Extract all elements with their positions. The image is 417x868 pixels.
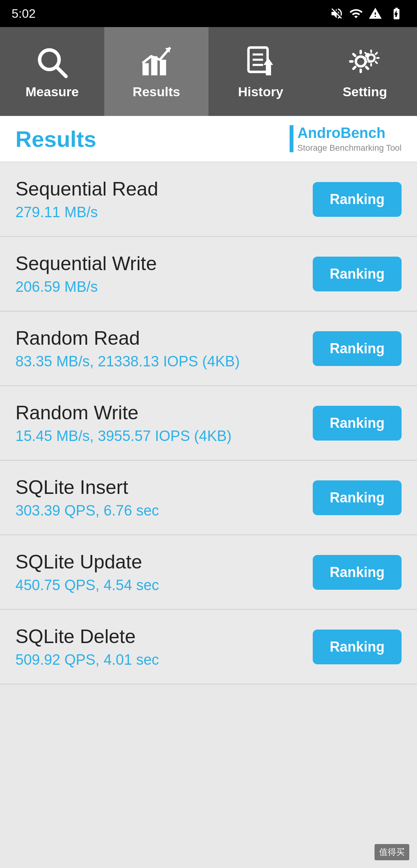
history-icon (243, 44, 278, 79)
status-time: 5:02 (12, 7, 36, 21)
benchmark-info-2: Random Read 83.35 MB/s, 21338.13 IOPS (4… (15, 327, 313, 370)
benchmark-value-3: 15.45 MB/s, 3955.57 IOPS (4KB) (15, 428, 313, 444)
wifi-icon (349, 7, 363, 20)
svg-rect-2 (142, 63, 149, 75)
status-icons (330, 7, 405, 20)
tab-history-label: History (238, 84, 283, 99)
benchmark-name-6: SQLite Delete (15, 625, 313, 648)
benchmark-info-1: Sequential Write 206.59 MB/s (15, 252, 313, 295)
tab-setting-label: Setting (342, 84, 387, 99)
ranking-button-3[interactable]: Ranking (313, 406, 402, 441)
benchmark-name-4: SQLite Insert (15, 476, 313, 499)
nav-tabs: Measure Results History Setting (0, 27, 417, 116)
ranking-button-6[interactable]: Ranking (313, 630, 402, 664)
tab-results[interactable]: Results (104, 27, 208, 116)
alert-icon (368, 7, 382, 20)
tab-history[interactable]: History (208, 27, 313, 116)
benchmark-row-4: SQLite Insert 303.39 QPS, 6.76 sec Ranki… (0, 461, 417, 535)
benchmark-value-4: 303.39 QPS, 6.76 sec (15, 502, 313, 519)
benchmark-row-2: Random Read 83.35 MB/s, 21338.13 IOPS (4… (0, 311, 417, 386)
benchmark-row-1: Sequential Write 206.59 MB/s Ranking (0, 237, 417, 311)
benchmark-row-3: Random Write 15.45 MB/s, 3955.57 IOPS (4… (0, 386, 417, 461)
svg-line-1 (56, 66, 66, 76)
benchmark-name-2: Random Read (15, 327, 313, 349)
benchmark-row-6: SQLite Delete 509.92 QPS, 4.01 sec Ranki… (0, 610, 417, 684)
benchmark-info-5: SQLite Update 450.75 QPS, 4.54 sec (15, 551, 313, 594)
measure-icon (35, 44, 70, 79)
watermark: 值得买 (375, 844, 409, 860)
ranking-button-4[interactable]: Ranking (313, 480, 402, 515)
benchmark-row-0: Sequential Read 279.11 MB/s Ranking (0, 162, 417, 237)
muted-icon (330, 7, 344, 20)
logo-andro: Andro (297, 125, 341, 141)
tab-setting[interactable]: Setting (313, 27, 417, 116)
benchmark-value-5: 450.75 QPS, 4.54 sec (15, 577, 313, 594)
tab-measure[interactable]: Measure (0, 27, 104, 116)
benchmark-info-0: Sequential Read 279.11 MB/s (15, 178, 313, 221)
ranking-button-1[interactable]: Ranking (313, 257, 402, 291)
benchmark-info-6: SQLite Delete 509.92 QPS, 4.01 sec (15, 625, 313, 668)
tab-results-label: Results (133, 84, 180, 99)
benchmark-info-3: Random Write 15.45 MB/s, 3955.57 IOPS (4… (15, 402, 313, 444)
benchmark-info-4: SQLite Insert 303.39 QPS, 6.76 sec (15, 476, 313, 519)
benchmark-value-2: 83.35 MB/s, 21338.13 IOPS (4KB) (15, 353, 313, 370)
benchmark-name-5: SQLite Update (15, 551, 313, 573)
logo-bench: Bench (341, 125, 385, 141)
ranking-button-0[interactable]: Ranking (313, 182, 402, 217)
footer-space (0, 684, 417, 868)
ranking-button-5[interactable]: Ranking (313, 555, 402, 590)
benchmark-name-3: Random Write (15, 402, 313, 424)
benchmark-row-5: SQLite Update 450.75 QPS, 4.54 sec Ranki… (0, 535, 417, 610)
benchmark-name-1: Sequential Write (15, 252, 313, 275)
setting-icon (348, 44, 382, 79)
logo-subtitle: Storage Benchmarking Tool (297, 143, 402, 153)
svg-point-13 (368, 54, 375, 61)
battery-icon (388, 7, 405, 20)
logo: AndroBench Storage Benchmarking Tool (290, 125, 402, 153)
tab-measure-label: Measure (25, 84, 79, 99)
benchmark-value-1: 206.59 MB/s (15, 279, 313, 295)
svg-marker-11 (263, 58, 273, 65)
benchmark-list: Sequential Read 279.11 MB/s Ranking Sequ… (0, 162, 417, 684)
logo-bar (290, 125, 293, 152)
logo-brand: AndroBench (297, 125, 402, 141)
logo-text-container: AndroBench Storage Benchmarking Tool (297, 125, 402, 153)
benchmark-value-6: 509.92 QPS, 4.01 sec (15, 652, 313, 668)
benchmark-value-0: 279.11 MB/s (15, 204, 313, 221)
title-bar: Results AndroBench Storage Benchmarking … (0, 116, 417, 162)
status-bar: 5:02 (0, 0, 417, 27)
svg-rect-4 (160, 60, 166, 75)
ranking-button-2[interactable]: Ranking (313, 331, 402, 366)
page-title: Results (15, 126, 97, 152)
benchmark-name-0: Sequential Read (15, 178, 313, 200)
results-icon (139, 44, 174, 79)
svg-marker-10 (266, 63, 271, 75)
